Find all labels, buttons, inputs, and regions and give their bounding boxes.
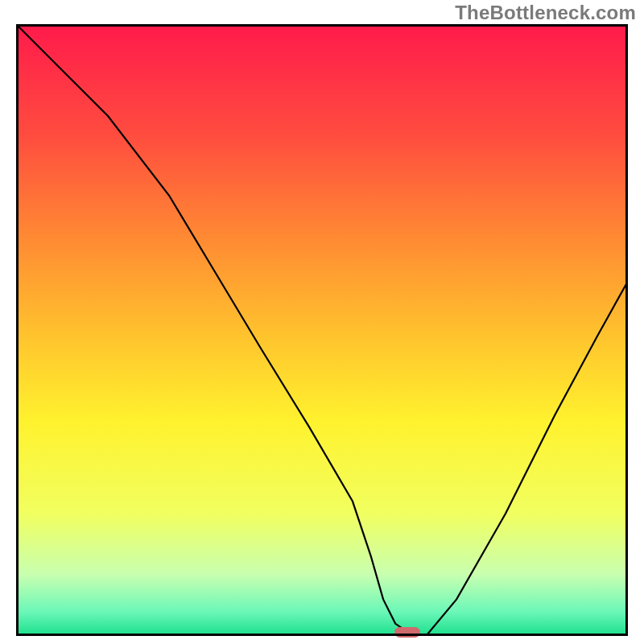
watermark-text: TheBottleneck.com	[455, 2, 636, 24]
bottleneck-curve	[16, 24, 628, 636]
optimum-marker	[394, 627, 420, 638]
chart-plot-area	[16, 24, 628, 636]
